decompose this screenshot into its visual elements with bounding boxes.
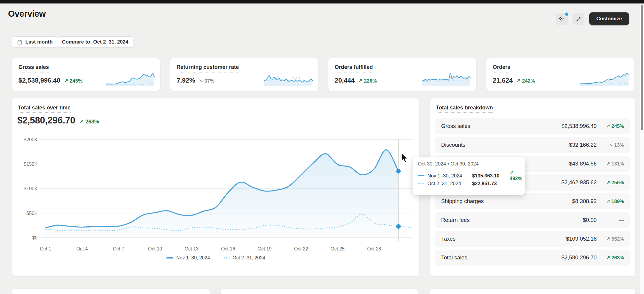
metric-change: ↗ 242% (517, 78, 535, 84)
insights-button[interactable] (556, 13, 568, 25)
metric-value: 21,624 (493, 77, 513, 84)
sparkline-chart (263, 71, 314, 87)
metric-label[interactable]: Orders fulfilled (335, 64, 373, 72)
row-value: $8,308.92 (572, 198, 597, 205)
row-label: Discounts (441, 142, 465, 148)
breakdown-row-discounts[interactable]: Discounts -$32,166.22 ↘ 13% (435, 137, 630, 153)
magic-sparkle-icon (559, 16, 565, 22)
metric-card-gross-sales[interactable]: Gross sales $2,538,996.40 ↗ 245% (12, 58, 160, 91)
partial-card-1 (12, 289, 210, 294)
tooltip-series-label: Nov 1–30, 2024 (427, 173, 472, 179)
legend-item-current[interactable]: Nov 1–30, 2024 (166, 255, 210, 261)
x-axis-tick-label: Oct 10 (148, 246, 162, 251)
notification-dot (564, 12, 569, 16)
row-label: Shipping charges (441, 198, 484, 205)
metric-card-orders-fulfilled[interactable]: Orders fulfilled 20,444 ↗ 226% (328, 58, 477, 91)
row-change: ↗ 263% (597, 255, 624, 261)
compare-label: Compare to: Oct 2–31, 2024 (62, 39, 128, 45)
solid-line-swatch (166, 257, 173, 259)
fullscreen-button[interactable] (573, 13, 584, 25)
metric-card-returning-customer-rate[interactable]: Returning customer rate 7.92% ↘ 37% (170, 58, 318, 91)
row-change: ↗ 256% (597, 180, 624, 185)
change-arrow-icon: ↗ (517, 78, 521, 84)
legend-item-previous[interactable]: Oct 2–31, 2024 (224, 255, 265, 261)
change-percent: 242% (522, 78, 535, 84)
compare-filter[interactable]: Compare to: Oct 2–31, 2024 (57, 36, 133, 48)
row-value: -$43,894.56 (567, 160, 597, 167)
row-label: Total sales (441, 254, 467, 261)
scrollbar-thumb[interactable] (641, 5, 643, 130)
change-arrow-icon: ↘ (199, 78, 203, 84)
breakdown-title[interactable]: Total sales breakdown (436, 105, 493, 113)
row-value: $0.00 (583, 217, 597, 223)
legend-label: Oct 2–31, 2024 (233, 255, 265, 261)
analytics-overview-page: { "colors":{"accent_blue":"#49a1d8","com… (0, 0, 644, 294)
dotted-line-swatch (418, 183, 427, 184)
metrics-row: Gross sales $2,538,996.40 ↗ 245% Returni… (12, 58, 634, 91)
change-arrow-icon: ↗ (358, 78, 363, 84)
x-axis-tick-label: Oct 16 (221, 246, 235, 251)
metric-change: ↘ 37% (199, 78, 214, 84)
metric-change: ↗ 226% (358, 78, 377, 84)
change-percent: 189% (612, 199, 624, 204)
x-axis-tick-label: Oct 28 (367, 246, 381, 251)
row-value: $2,538,996.40 (561, 123, 597, 129)
dotted-line-swatch (224, 257, 230, 259)
hover-marker (396, 224, 401, 229)
y-axis-tick-label: $200K (24, 137, 38, 142)
row-change: ↘ 13% (597, 142, 624, 148)
solid-line-swatch (418, 175, 424, 176)
change-percent: 181% (612, 161, 624, 166)
total-sales-line-chart[interactable]: $200K$150K$100K$50K$0Oct 1Oct 4Oct 7Oct … (12, 98, 419, 276)
chart-legend: Nov 1–30, 2024 Oct 2–31, 2024 (12, 255, 419, 261)
change-arrow-icon: ↗ (606, 236, 610, 242)
sparkline-chart (579, 71, 630, 87)
total-sales-over-time-card: Total sales over time $2,580,296.70 ↗ 26… (12, 98, 419, 276)
breakdown-row-shipping-charges[interactable]: Shipping charges $8,308.92 ↗ 189% (435, 193, 630, 209)
tooltip-row-previous: Oct 2–31, 2024 $22,851.73 (418, 179, 525, 188)
sparkline-chart (105, 71, 155, 87)
customize-button[interactable]: Customize (589, 12, 629, 25)
breakdown-row-total-sales[interactable]: Total sales $2,580,296.70 ↗ 263% (435, 250, 630, 266)
change-arrow-icon: ↗ (606, 180, 610, 185)
x-axis-tick-label: Oct 22 (294, 246, 308, 251)
expand-icon (575, 16, 581, 22)
change-percent: 245% (612, 123, 624, 129)
row-label: Return fees (441, 217, 470, 223)
y-axis-tick-label: $150K (24, 162, 38, 167)
date-range-filter[interactable]: Last month (12, 36, 58, 48)
row-change: ↗ 245% (597, 123, 624, 129)
change-arrow-icon: ↘ (609, 142, 613, 148)
change-percent: 37% (204, 78, 214, 84)
row-change: ↗ 181% (597, 161, 624, 167)
change-arrow-icon: ↗ (510, 170, 514, 175)
y-axis-tick-label: $0 (32, 235, 38, 240)
breakdown-row-taxes[interactable]: Taxes $109,052.16 ↗ 552% (435, 231, 630, 247)
row-value: -$32,166.22 (567, 142, 597, 148)
breakdown-row-return-fees[interactable]: Return fees $0.00 — (435, 212, 630, 228)
breakdown-row-gross-sales[interactable]: Gross sales $2,538,996.40 ↗ 245% (435, 118, 630, 134)
y-axis-tick-label: $50K (27, 211, 38, 216)
change-percent: 256% (612, 180, 624, 185)
metric-value: $2,538,996.40 (18, 77, 60, 84)
partial-card-3 (430, 289, 635, 294)
sparkline-chart (421, 71, 472, 87)
x-axis-tick-label: Oct 19 (258, 246, 272, 251)
y-axis-tick-label: $100K (24, 186, 38, 191)
metric-change: ↗ 245% (64, 78, 83, 84)
row-change: ↗ 552% (597, 236, 624, 242)
x-axis-tick-label: Oct 13 (185, 246, 199, 251)
tooltip-date-header: Oct 30, 2024 • Oct 30, 2024 (418, 161, 525, 167)
change-percent: — (619, 217, 624, 223)
metric-value: 20,444 (335, 77, 355, 84)
admin-top-bar-edge (0, 0, 644, 4)
metric-label[interactable]: Returning customer rate (177, 64, 239, 72)
change-arrow-icon: ↗ (606, 255, 610, 260)
change-arrow-icon: ↗ (64, 78, 68, 84)
metric-card-orders[interactable]: Orders 21,624 ↗ 242% (486, 58, 634, 91)
metric-label[interactable]: Gross sales (18, 64, 49, 72)
tooltip-change: ↗ 492% (510, 170, 525, 181)
change-percent: 492% (510, 176, 522, 181)
page-title: Overview (8, 9, 46, 19)
metric-label[interactable]: Orders (493, 64, 510, 72)
